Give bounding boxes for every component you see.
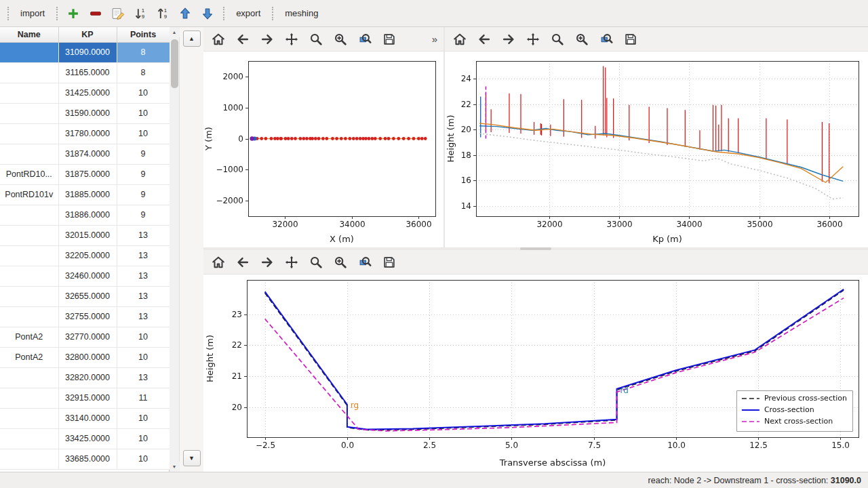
table-cell-points[interactable]: 13 bbox=[117, 286, 170, 306]
table-cell-kp[interactable]: 32800.0000 bbox=[58, 347, 117, 367]
table-cell-kp[interactable]: 31875.0000 bbox=[58, 164, 117, 184]
back-button[interactable] bbox=[231, 252, 254, 272]
table-cell-points[interactable]: 10 bbox=[117, 123, 170, 144]
forward-button[interactable] bbox=[256, 252, 279, 272]
table-row[interactable]: 32915.000011 bbox=[0, 388, 170, 408]
table-cell-points[interactable]: 10 bbox=[117, 428, 170, 449]
move-down-button[interactable] bbox=[197, 3, 218, 24]
table-row[interactable]: 32460.000013 bbox=[0, 266, 170, 286]
table-row[interactable]: 33685.000010 bbox=[0, 449, 170, 469]
table-cell-points[interactable]: 8 bbox=[117, 62, 170, 83]
table-cell-kp[interactable]: 31780.0000 bbox=[58, 123, 117, 144]
table-cell-kp[interactable]: 33425.0000 bbox=[58, 428, 117, 449]
zoom-in-button[interactable] bbox=[570, 29, 593, 49]
table-cell-kp[interactable]: 31165.0000 bbox=[58, 62, 117, 83]
table-cell-kp[interactable]: 32015.0000 bbox=[58, 225, 117, 245]
scroll-down-button[interactable]: ▼ bbox=[170, 462, 180, 472]
table-cell-points[interactable]: 13 bbox=[117, 306, 170, 327]
table-cell-name[interactable] bbox=[0, 103, 58, 123]
table-cell-kp[interactable]: 31425.0000 bbox=[58, 83, 117, 103]
forward-button[interactable] bbox=[256, 29, 279, 49]
table-cell-points[interactable]: 10 bbox=[117, 449, 170, 469]
table-row[interactable]: 31886.00009 bbox=[0, 205, 170, 225]
column-header-points[interactable]: Points bbox=[117, 27, 170, 42]
table-cell-points[interactable]: 10 bbox=[117, 327, 170, 347]
zoom-in-button[interactable] bbox=[329, 29, 352, 49]
table-cell-name[interactable]: PontRD10... bbox=[0, 164, 58, 184]
table-cell-name[interactable] bbox=[0, 123, 58, 144]
table-row[interactable]: 33425.000010 bbox=[0, 428, 170, 449]
table-cell-name[interactable] bbox=[0, 144, 58, 164]
table-row[interactable]: 33140.000010 bbox=[0, 408, 170, 428]
table-cell-name[interactable] bbox=[0, 62, 58, 83]
move-row-up-button[interactable]: ▲ bbox=[183, 30, 201, 47]
table-cell-points[interactable]: 11 bbox=[117, 388, 170, 408]
toolbar-overflow-chevron[interactable]: » bbox=[429, 33, 440, 45]
table-row[interactable]: 32655.000013 bbox=[0, 286, 170, 306]
column-header-name[interactable]: Name bbox=[0, 27, 58, 42]
table-cell-name[interactable] bbox=[0, 449, 58, 469]
table-cell-kp[interactable]: 32820.0000 bbox=[58, 367, 117, 388]
meshing-button[interactable]: meshing bbox=[279, 5, 324, 22]
forward-button[interactable] bbox=[497, 29, 520, 49]
table-cell-kp[interactable]: 32770.0000 bbox=[58, 327, 117, 347]
table-row[interactable]: 32755.000013 bbox=[0, 306, 170, 327]
longitudinal-profile-plot[interactable] bbox=[445, 52, 868, 247]
table-row[interactable]: PontRD101v31885.00009 bbox=[0, 184, 170, 205]
table-cell-points[interactable]: 9 bbox=[117, 144, 170, 164]
table-cell-name[interactable] bbox=[0, 225, 58, 245]
table-cell-kp[interactable]: 32205.0000 bbox=[58, 245, 117, 266]
sort-descending-button[interactable]: 19 bbox=[130, 3, 151, 24]
horizontal-splitter[interactable] bbox=[203, 247, 868, 250]
table-cell-kp[interactable]: 31090.0000 bbox=[58, 42, 117, 62]
table-scrollbar[interactable]: ▲ ▼ bbox=[170, 27, 180, 472]
pan-button[interactable] bbox=[521, 29, 545, 49]
edit-cross-section-button[interactable] bbox=[108, 3, 128, 24]
scrollbar-thumb[interactable] bbox=[171, 39, 178, 88]
table-cell-points[interactable]: 13 bbox=[117, 266, 170, 286]
sort-ascending-button[interactable]: 19 bbox=[153, 3, 173, 24]
save-button[interactable] bbox=[619, 29, 642, 49]
column-header-kp[interactable]: KP bbox=[58, 27, 117, 42]
zoom-button[interactable] bbox=[546, 29, 569, 49]
table-cell-kp[interactable]: 33140.0000 bbox=[58, 408, 117, 428]
table-cell-kp[interactable]: 31886.0000 bbox=[58, 205, 117, 225]
table-cell-points[interactable]: 8 bbox=[117, 42, 170, 62]
home-button[interactable] bbox=[207, 29, 230, 49]
table-cell-name[interactable]: PontRD101v bbox=[0, 184, 58, 205]
table-cell-points[interactable]: 9 bbox=[117, 205, 170, 225]
scrollbar-track[interactable] bbox=[170, 37, 180, 462]
table-cell-name[interactable] bbox=[0, 408, 58, 428]
cross-section-plot[interactable] bbox=[203, 274, 868, 471]
save-button[interactable] bbox=[378, 252, 401, 272]
table-row[interactable]: PontA232800.000010 bbox=[0, 347, 170, 367]
zoom-rect-button[interactable] bbox=[595, 29, 618, 49]
table-row[interactable]: 32205.000013 bbox=[0, 245, 170, 266]
pan-button[interactable] bbox=[280, 252, 303, 272]
table-row[interactable]: 31780.000010 bbox=[0, 123, 170, 144]
table-cell-points[interactable]: 10 bbox=[117, 83, 170, 103]
table-row[interactable]: 31090.00008 bbox=[0, 42, 170, 62]
table-cell-points[interactable]: 10 bbox=[117, 103, 170, 123]
table-row[interactable]: 31165.00008 bbox=[0, 62, 170, 83]
table-cell-points[interactable]: 10 bbox=[117, 347, 170, 367]
pan-button[interactable] bbox=[280, 29, 303, 49]
splitter-handle[interactable] bbox=[520, 247, 551, 250]
table-cell-name[interactable]: PontA2 bbox=[0, 327, 58, 347]
zoom-in-button[interactable] bbox=[329, 252, 352, 272]
table-row[interactable]: 32820.000013 bbox=[0, 367, 170, 388]
table-cell-kp[interactable]: 31590.0000 bbox=[58, 103, 117, 123]
home-button[interactable] bbox=[448, 29, 471, 49]
import-button[interactable]: import bbox=[14, 5, 51, 22]
table-cell-points[interactable]: 9 bbox=[117, 164, 170, 184]
table-cell-name[interactable] bbox=[0, 83, 58, 103]
table-cell-name[interactable] bbox=[0, 367, 58, 388]
table-row[interactable]: 31590.000010 bbox=[0, 103, 170, 123]
export-button[interactable]: export bbox=[230, 5, 267, 22]
table-cell-name[interactable] bbox=[0, 388, 58, 408]
table-row[interactable]: PontRD10...31875.00009 bbox=[0, 164, 170, 184]
scroll-up-button[interactable]: ▲ bbox=[170, 27, 180, 37]
table-cell-kp[interactable]: 32755.0000 bbox=[58, 306, 117, 327]
table-cell-name[interactable] bbox=[0, 428, 58, 449]
table-cell-name[interactable] bbox=[0, 286, 58, 306]
